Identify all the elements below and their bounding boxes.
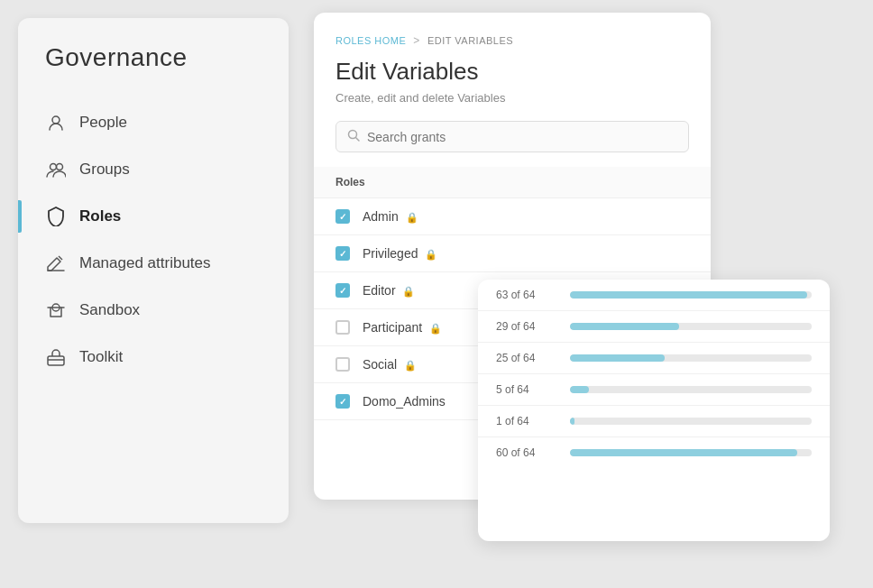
table-row: Admin 🔒: [314, 198, 711, 235]
person-icon: [45, 112, 67, 133]
page-title: Edit Variables: [314, 58, 711, 91]
sidebar-item-managed-label: Managed attributes: [79, 254, 211, 272]
sidebar-item-toolkit[interactable]: Toolkit: [18, 334, 289, 381]
stat-label: 1 of 64: [496, 415, 557, 427]
breadcrumb-separator: >: [413, 34, 420, 47]
row-checkbox-admin[interactable]: [335, 209, 350, 224]
progress-bar-fill: [570, 386, 589, 393]
breadcrumb: ROLES HOME > EDIT VARIABLES: [314, 34, 711, 58]
lock-icon-editor: 🔒: [402, 286, 415, 297]
role-name-participant: Participant 🔒: [363, 320, 442, 335]
sidebar-item-people[interactable]: People: [18, 99, 289, 146]
table-row: Privileged 🔒: [314, 235, 711, 272]
svg-point-2: [57, 164, 63, 170]
role-name-admin: Admin 🔒: [363, 209, 418, 224]
sidebar-item-people-label: People: [79, 114, 127, 132]
page-subtitle: Create, edit and delete Variables: [314, 91, 711, 121]
sidebar-item-groups-label: Groups: [79, 161, 130, 179]
lock-icon-social: 🔒: [404, 360, 417, 371]
row-checkbox-social[interactable]: [335, 357, 350, 372]
search-icon: [347, 129, 360, 144]
row-checkbox-domo-admins[interactable]: [335, 394, 350, 409]
progress-bar-bg: [570, 291, 812, 299]
stat-label: 5 of 64: [496, 383, 557, 396]
sidebar-item-sandbox[interactable]: Sandbox: [18, 287, 289, 334]
sidebar-item-groups[interactable]: Groups: [18, 146, 289, 193]
stat-row: 63 of 64: [478, 280, 830, 311]
breadcrumb-home[interactable]: ROLES HOME: [335, 35, 406, 46]
stats-card: 63 of 6429 of 6425 of 645 of 641 of 6460…: [478, 280, 830, 541]
breadcrumb-current: EDIT VARIABLES: [427, 35, 513, 46]
table-header: Roles: [314, 167, 711, 198]
svg-point-1: [51, 164, 57, 170]
lock-icon-participant: 🔒: [429, 323, 442, 334]
managed-icon: [45, 253, 67, 274]
role-name-editor: Editor 🔒: [363, 283, 415, 298]
stat-label: 29 of 64: [496, 320, 557, 333]
shield-icon: [45, 206, 67, 227]
progress-bar-bg: [570, 354, 812, 362]
lock-icon-admin: 🔒: [406, 212, 418, 223]
sidebar-item-roles[interactable]: Roles: [18, 193, 289, 240]
progress-bar-fill: [570, 354, 665, 362]
progress-bar-fill: [570, 418, 574, 425]
row-checkbox-editor[interactable]: [335, 283, 350, 298]
stat-label: 60 of 64: [496, 446, 557, 459]
sidebar-title: Governance: [18, 43, 289, 99]
progress-bar-fill: [570, 449, 797, 456]
sidebar: Governance People Groups Roles: [18, 18, 289, 523]
sidebar-item-managed-attributes[interactable]: Managed attributes: [18, 240, 289, 287]
stat-row: 5 of 64: [478, 374, 830, 406]
sidebar-item-sandbox-label: Sandbox: [79, 301, 140, 319]
progress-bar-bg: [570, 449, 812, 456]
search-bar[interactable]: [335, 121, 689, 152]
role-name-social: Social 🔒: [363, 357, 417, 372]
sidebar-item-toolkit-label: Toolkit: [79, 348, 123, 366]
search-input[interactable]: [367, 130, 677, 144]
group-icon: [45, 159, 67, 180]
progress-bar-fill: [570, 323, 679, 330]
progress-bar-bg: [570, 323, 812, 330]
stat-row: 29 of 64: [478, 311, 830, 343]
stat-row: 25 of 64: [478, 343, 830, 374]
sidebar-item-roles-label: Roles: [79, 207, 121, 225]
toolkit-icon: [45, 346, 67, 368]
stat-row: 1 of 64: [478, 406, 830, 437]
role-name-domo-admins: Domo_Admins: [363, 394, 446, 409]
sandbox-icon: [45, 299, 67, 321]
lock-icon-privileged: 🔒: [425, 249, 437, 260]
row-checkbox-participant[interactable]: [335, 320, 350, 335]
progress-bar-fill: [570, 291, 807, 299]
progress-bar-bg: [570, 386, 812, 393]
svg-point-0: [52, 116, 60, 124]
role-name-privileged: Privileged 🔒: [363, 246, 437, 261]
row-checkbox-privileged[interactable]: [335, 246, 350, 261]
progress-bar-bg: [570, 418, 812, 425]
svg-rect-4: [48, 356, 64, 365]
stat-label: 63 of 64: [496, 289, 557, 301]
stat-row: 60 of 64: [478, 437, 830, 468]
stat-label: 25 of 64: [496, 352, 557, 364]
